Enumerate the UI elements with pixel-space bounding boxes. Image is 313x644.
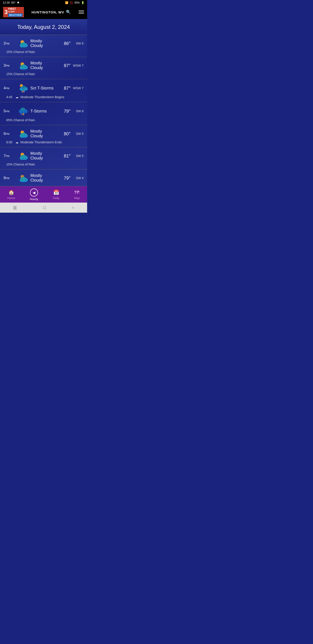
temp-8pm: 79° <box>55 176 71 181</box>
wind-3pm: WSW 7 <box>71 64 83 67</box>
svg-point-5 <box>20 43 23 46</box>
location-display: HUNTINGTON, WV 🔍 <box>31 10 71 14</box>
menu-button[interactable] <box>79 10 84 14</box>
time: 12:30 <box>3 1 10 4</box>
logo: 3 FIRST ALERT WEATHER <box>3 7 24 17</box>
condition-2pm: Mostly Cloudy <box>30 39 55 48</box>
daily-icon: 📅 <box>53 190 59 196</box>
logo-number: 3 <box>4 9 7 16</box>
recent-apps-button[interactable]: ||| <box>13 205 16 210</box>
time-8pm: 8PM <box>3 176 16 180</box>
condition-7pm: Mostly Cloudy <box>30 151 55 160</box>
temp-2pm: 86° <box>55 41 71 46</box>
detail-6pm: 6:00 ☁ Moderate Thunderstorm Ends <box>3 140 83 144</box>
logo-alert-text: ALERT <box>8 10 22 13</box>
condition-5pm: T-Storms <box>30 109 55 114</box>
condition-8pm: Mostly Cloudy <box>30 173 55 183</box>
detail-5pm: 65% Chance of Rain <box>3 118 83 122</box>
nav-home[interactable]: 🏠 Home <box>7 190 15 200</box>
svg-line-18 <box>24 91 24 92</box>
location-text: HUNTINGTON, WV <box>31 10 64 14</box>
bottom-nav: 🏠 Home ◀ Hourly 📅 Daily 🗺 Map <box>0 186 87 202</box>
nav-daily[interactable]: 📅 Daily <box>53 190 59 200</box>
tstorm-icon <box>17 106 29 116</box>
weather-content: 2PM Mostly Cloudy 86° SW 6 1 <box>0 35 87 186</box>
svg-point-16 <box>21 86 25 89</box>
back-button[interactable]: ‹ <box>72 205 74 210</box>
temperature: 85° <box>11 1 16 4</box>
svg-line-17 <box>22 91 22 92</box>
sct-tstorm-icon <box>17 83 29 94</box>
icon-6pm <box>16 129 30 139</box>
logo-first: FIRST <box>8 8 22 10</box>
cloud-icon: ☁ <box>15 95 18 99</box>
time-7pm: 7PM <box>3 154 16 158</box>
svg-line-24 <box>21 113 21 115</box>
icon-2pm <box>16 38 30 48</box>
close-icon: ✖ <box>17 1 19 4</box>
temp-6pm: 80° <box>55 131 71 136</box>
time-5pm: 5PM <box>3 109 16 113</box>
status-right: 📶 🚫 69% 🔋 <box>65 1 84 4</box>
condition-3pm: Mostly Cloudy <box>30 61 55 70</box>
logo-weather: WEATHER <box>8 14 22 17</box>
logo-text: FIRST ALERT WEATHER <box>8 8 22 17</box>
wind-2pm: SW 6 <box>71 42 83 45</box>
condition-4pm: Sct T-Storms <box>30 86 55 90</box>
date-banner: Today, August 2, 2024 <box>0 19 87 35</box>
nav-home-label: Home <box>7 196 15 200</box>
nav-map[interactable]: 🗺 Map <box>74 190 80 200</box>
temp-3pm: 87° <box>55 63 71 68</box>
icon-5pm <box>16 106 30 116</box>
hourly-row-2: 4PM Sct T-Storms <box>0 79 87 102</box>
battery-icon: 🔋 <box>81 1 84 4</box>
nav-hourly-label: Hourly <box>30 198 38 201</box>
hourly-icon: ◀ <box>33 190 35 195</box>
system-nav-bar: ||| □ ‹ <box>0 202 87 213</box>
wind-7pm: SW 5 <box>71 154 83 158</box>
svg-point-38 <box>20 156 23 158</box>
mostly-cloudy-icon-5 <box>17 151 29 161</box>
wind-6pm: SW 5 <box>71 132 83 136</box>
search-icon[interactable]: 🔍 <box>66 10 71 14</box>
temp-4pm: 87° <box>55 86 71 91</box>
time-2pm: 2PM <box>3 41 16 46</box>
temp-7pm: 81° <box>55 154 71 158</box>
svg-point-44 <box>20 178 23 180</box>
detail-3pm: 15% Chance of Rain <box>3 72 83 76</box>
icon-4pm <box>16 83 30 94</box>
hourly-row-4: 6PM Mostly Cloudy 80° SW 5 6:00 ☁ Modera… <box>0 125 87 147</box>
cloud-icon-2: ☁ <box>15 140 18 144</box>
status-bar: 12:30 85° ✖ 📶 🚫 69% 🔋 <box>0 0 87 5</box>
mostly-cloudy-icon-0 <box>17 38 29 48</box>
svg-point-11 <box>20 65 23 68</box>
nav-daily-label: Daily <box>53 196 59 200</box>
nav-hourly[interactable]: ◀ Hourly <box>30 188 38 201</box>
hourly-row-3: 5PM T-Storms 79° SW 8 <box>0 102 87 125</box>
wind-8pm: SW 4 <box>71 176 83 180</box>
mostly-cloudy-icon-1 <box>17 60 29 70</box>
hourly-row-1: 3PM Mostly Cloudy 87° WSW 7 15% Chance o… <box>0 57 87 79</box>
icon-3pm <box>16 60 30 70</box>
block-icon: 🚫 <box>70 1 73 4</box>
svg-point-23 <box>20 108 25 111</box>
wind-4pm: WSW 7 <box>71 86 83 90</box>
wind-5pm: SW 8 <box>71 109 83 113</box>
time-6pm: 6PM <box>3 132 16 136</box>
app-header: 3 FIRST ALERT WEATHER HUNTINGTON, WV 🔍 <box>0 5 87 19</box>
logo-box: 3 FIRST ALERT WEATHER <box>3 7 24 17</box>
temp-5pm: 79° <box>55 109 71 114</box>
nav-map-label: Map <box>74 196 80 200</box>
hourly-row-6: 8PM Mostly Cloudy 79° SW 4 <box>0 170 87 186</box>
condition-6pm: Mostly Cloudy <box>30 129 55 138</box>
date-text: Today, August 2, 2024 <box>17 24 70 30</box>
home-button[interactable]: □ <box>43 205 46 210</box>
mostly-cloudy-icon-4 <box>17 129 29 139</box>
home-icon: 🏠 <box>8 190 14 196</box>
time-3pm: 3PM <box>3 63 16 68</box>
icon-8pm <box>16 173 30 183</box>
hourly-row-0: 2PM Mostly Cloudy 86° SW 6 1 <box>0 35 87 57</box>
mostly-cloudy-icon-6 <box>17 173 29 183</box>
wifi-icon: 📶 <box>65 1 68 4</box>
status-left: 12:30 85° ✖ <box>3 1 19 4</box>
